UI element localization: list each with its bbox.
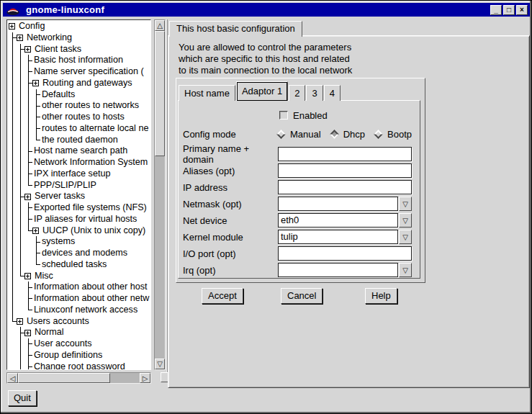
tree-item-label[interactable]: Normal [35,327,64,338]
tree-item-label[interactable]: IPX interface setup [34,168,110,180]
expand-icon[interactable] [17,318,23,325]
radio-dhcp[interactable]: Dhcp [331,129,365,140]
tree-item-label[interactable]: systems [42,236,75,248]
scroll-right-icon[interactable]: ▷ [140,373,150,383]
ip-address-input[interactable] [278,180,412,194]
tree-item[interactable]: User accounts [9,338,150,350]
tab-3[interactable]: 3 [306,85,323,101]
tree-item-label[interactable]: Users accounts [27,316,89,328]
tree-item-label[interactable]: Information about other netw [34,293,149,305]
tree-item[interactable]: systems [9,236,150,248]
enabled-checkbox[interactable] [279,111,288,120]
tree-item[interactable]: Linuxconf network access [9,305,150,316]
tree-item[interactable]: other routes to hosts [9,112,150,123]
radio-bootp[interactable]: Bootp [375,129,412,140]
tree-vertical-scrollbar[interactable]: △ ▽ [154,19,166,370]
tree-item[interactable]: scheduled tasks [9,259,150,271]
expand-icon[interactable] [17,35,23,41]
tree-item-label[interactable]: Group definitions [34,350,102,361]
tree-item[interactable]: Normal [9,327,150,338]
tree-item-label[interactable]: Networking [27,32,72,44]
expand-icon[interactable] [24,194,31,200]
radio-diamond-icon[interactable] [330,130,339,139]
vertical-scrollbar-thumb[interactable] [155,31,165,156]
tree-item[interactable]: Users accounts [9,316,150,328]
tree-item[interactable]: Defaults [9,89,150,101]
kernel-module-input[interactable]: tulip [278,230,398,244]
tab-4[interactable]: 4 [324,85,341,101]
expand-icon[interactable] [9,23,15,30]
tree-item[interactable]: UUCP (Unix to unix copy) [9,225,150,237]
expand-icon[interactable] [32,228,39,234]
tree-item[interactable]: IP aliases for virtual hosts [9,214,150,225]
tree-item[interactable]: Exported file systems (NFS) [9,202,150,214]
tree-item-label[interactable]: routes to alternate local ne [42,123,148,135]
quit-button[interactable]: Quit [8,390,37,406]
cancel-button[interactable]: Cancel [281,288,323,304]
tree-item-label[interactable]: Defaults [42,89,75,101]
tree-item[interactable]: Host name search path [9,145,150,157]
tree-item[interactable]: Name server specification ( [9,66,150,78]
tree-item[interactable]: Information about other netw [9,293,150,305]
window-titlebar[interactable]: gnome-linuxconf _□× [3,3,530,17]
tree-item[interactable]: Client tasks [9,44,150,55]
tree-item-label[interactable]: Misc [35,271,53,282]
tree-item[interactable]: IPX interface setup [9,168,150,180]
primary-name-domain-input[interactable] [278,147,412,161]
radio-manual[interactable]: Manual [278,129,321,140]
netmask-input[interactable] [278,197,398,211]
net-device-dropdown-button[interactable]: ▽ [399,213,412,228]
tree-item[interactable]: Routing and gateways [9,78,150,89]
tree-item[interactable]: Misc [9,271,150,282]
tree-item[interactable]: PPP/SLIP/PLIP [9,180,150,192]
aliases-input[interactable] [278,163,412,178]
tree-item-label[interactable]: Network Information System [34,157,148,168]
tab-2[interactable]: 2 [289,85,305,101]
scroll-up-icon[interactable]: △ [155,20,165,31]
tree-item-label[interactable]: Change root password [34,361,125,371]
tree-item-label[interactable]: Name server specification ( [34,66,144,78]
tree-item[interactable]: Network Information System [9,157,150,168]
tree-item[interactable]: Server tasks [9,191,150,202]
tree-item[interactable]: Change root password [9,361,150,371]
tree-item[interactable]: routes to alternate local ne [9,123,150,135]
tree-item-label[interactable]: PPP/SLIP/PLIP [34,180,96,192]
tree-item-label[interactable]: Server tasks [35,191,85,202]
tree-horizontal-scrollbar[interactable]: ◁ ▷ [6,372,151,384]
close-button[interactable]: × [516,5,528,15]
tree-item-label[interactable]: other routes to hosts [42,112,125,123]
expand-icon[interactable] [32,80,39,86]
tree-item-label[interactable]: Config [19,21,45,32]
tree-item-label[interactable]: the routed daemon [42,135,118,146]
tree-item[interactable]: Config [9,21,150,32]
minimize-button[interactable]: _ [490,5,502,15]
maximize-button[interactable]: □ [503,5,515,15]
tree-item-label[interactable]: IP aliases for virtual hosts [34,214,137,225]
tree-item[interactable]: Information about other host [9,282,150,293]
tab-host-name[interactable]: Host name [179,85,235,101]
tree-item[interactable]: devices and modems [9,248,150,259]
tree-item[interactable]: other routes to networks [9,100,150,112]
tree-item[interactable]: Networking [9,32,150,44]
expand-icon[interactable] [24,46,31,53]
tab-adaptor-1[interactable]: Adaptor 1 [236,81,288,101]
io-port-input[interactable] [278,246,412,261]
kernel-module-dropdown-button[interactable]: ▽ [399,230,412,244]
tree-item-label[interactable]: Linuxconf network access [34,305,137,316]
tree-item-label[interactable]: Exported file systems (NFS) [34,202,147,214]
tree-item-label[interactable]: UUCP (Unix to unix copy) [42,225,145,237]
tree-item-label[interactable]: Routing and gateways [42,78,132,89]
netmask-dropdown-button[interactable]: ▽ [399,197,412,211]
tree-item[interactable]: Basic host information [9,55,150,66]
config-tree[interactable]: ConfigNetworkingClient tasksBasic host i… [6,19,151,370]
tree-item-label[interactable]: User accounts [34,338,92,350]
tree-item-label[interactable]: Client tasks [35,44,81,55]
help-button[interactable]: Help [365,288,397,304]
irq-dropdown-button[interactable]: ▽ [399,263,412,277]
expand-icon[interactable] [24,273,31,279]
tree-item-label[interactable]: scheduled tasks [42,259,107,271]
expand-icon[interactable] [24,330,31,336]
scroll-down-icon[interactable]: ▽ [155,359,165,369]
tree-item[interactable]: the routed daemon [9,135,150,146]
accept-button[interactable]: Accept [202,288,243,304]
